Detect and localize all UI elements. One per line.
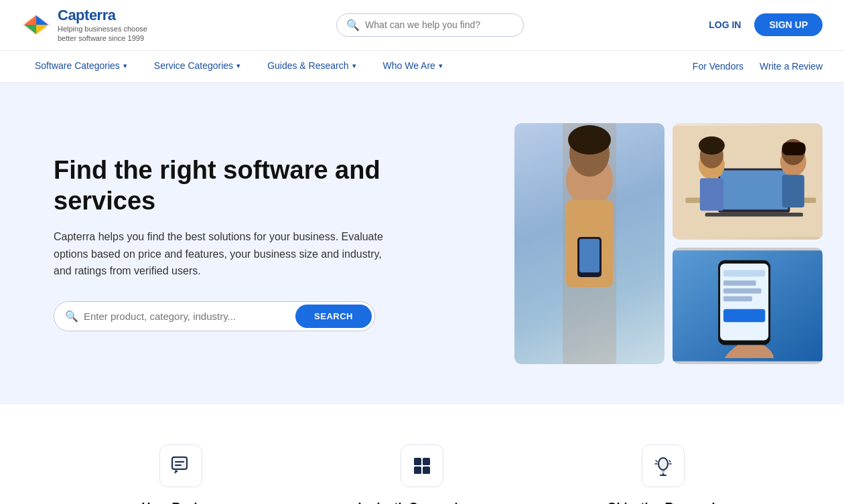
hero-section: Find the right software and services Cap… <box>0 83 844 404</box>
hero-images <box>514 123 823 364</box>
header-actions: LOG IN SIGN UP <box>709 13 823 36</box>
svg-rect-36 <box>414 467 421 474</box>
svg-rect-35 <box>423 458 430 465</box>
chevron-down-icon: ▾ <box>123 62 127 70</box>
capterra-logo-icon <box>21 13 51 37</box>
nav-item-software-categories[interactable]: Software Categories ▾ <box>21 50 141 82</box>
comparisons-title: In-depth Comparisons <box>358 501 486 504</box>
nav-left: Software Categories ▾ Service Categories… <box>21 50 456 82</box>
svg-rect-26 <box>723 288 761 293</box>
svg-marker-33 <box>174 470 178 474</box>
svg-rect-11 <box>720 170 788 209</box>
feature-user-reviews: User Reviews Discover insights from 2 mi… <box>87 444 275 504</box>
research-icon-wrap <box>642 444 685 487</box>
logo-name: Capterra <box>58 7 151 24</box>
svg-rect-20 <box>782 142 806 155</box>
svg-line-44 <box>669 460 671 462</box>
logo-area: Capterra Helping businesses choose bette… <box>21 7 151 44</box>
guides-research-label: Guides & Research <box>267 60 348 71</box>
svg-point-5 <box>568 125 611 155</box>
who-we-are-label: Who We Are <box>383 60 435 71</box>
chevron-down-icon: ▾ <box>439 62 443 70</box>
chevron-down-icon: ▾ <box>236 62 240 70</box>
nav-item-service-categories[interactable]: Service Categories ▾ <box>141 50 254 82</box>
user-reviews-title: User Reviews <box>141 501 220 504</box>
svg-rect-27 <box>723 296 752 301</box>
nav-item-write-review[interactable]: Write a Review <box>760 61 823 72</box>
svg-rect-34 <box>414 458 421 465</box>
navbar: Software Categories ▾ Service Categories… <box>0 51 844 83</box>
features-section: User Reviews Discover insights from 2 mi… <box>0 404 844 504</box>
svg-point-39 <box>658 458 668 470</box>
hero-title: Find the right software and services <box>54 155 415 216</box>
svg-rect-25 <box>723 280 756 286</box>
hero-left: Find the right software and services Cap… <box>54 155 415 331</box>
feature-research: Objective Research Get the most business… <box>569 444 757 504</box>
nav-item-guides-research[interactable]: Guides & Research ▾ <box>254 50 369 82</box>
user-reviews-icon-wrap <box>159 444 202 487</box>
hero-search-input[interactable] <box>84 305 290 327</box>
svg-rect-14 <box>700 178 723 211</box>
nav-item-for-vendors[interactable]: For Vendors <box>693 61 744 72</box>
feature-comparisons: In-depth Comparisons Narrow down your op… <box>328 444 516 504</box>
service-categories-label: Service Categories <box>154 60 233 71</box>
login-button[interactable]: LOG IN <box>709 19 741 30</box>
svg-rect-28 <box>723 309 765 321</box>
nav-right: For Vendors Write a Review <box>693 61 823 72</box>
svg-rect-18 <box>782 175 804 207</box>
reviews-icon <box>170 455 192 477</box>
research-title: Objective Research <box>607 501 719 504</box>
header-search-input[interactable] <box>365 19 514 30</box>
svg-rect-24 <box>723 270 765 276</box>
signup-button[interactable]: SIGN UP <box>754 13 823 36</box>
svg-rect-30 <box>172 457 187 469</box>
logo-tagline: Helping businesses choose better softwar… <box>58 24 151 44</box>
hero-image-two-people <box>673 123 823 240</box>
header-search-bar[interactable]: 🔍 <box>336 13 524 37</box>
search-icon: 🔍 <box>65 310 78 323</box>
software-categories-label: Software Categories <box>35 60 120 71</box>
logo-text-area: Capterra Helping businesses choose bette… <box>58 7 151 44</box>
svg-line-42 <box>656 460 657 462</box>
comparisons-icon <box>411 455 433 477</box>
hero-search-button[interactable]: SEARCH <box>295 305 372 328</box>
hero-description: Capterra helps you find the best solutio… <box>54 228 389 280</box>
research-icon <box>652 455 674 477</box>
hero-image-person-phone <box>514 123 664 364</box>
search-icon: 🔍 <box>346 19 360 31</box>
hero-image-phone-hand <box>673 248 823 364</box>
svg-rect-37 <box>423 467 430 474</box>
svg-rect-7 <box>579 239 600 272</box>
comparisons-icon-wrap <box>401 444 443 487</box>
chevron-down-icon: ▾ <box>352 62 356 70</box>
svg-point-16 <box>699 136 725 154</box>
nav-item-who-we-are[interactable]: Who We Are ▾ <box>370 50 456 82</box>
svg-rect-12 <box>705 212 803 216</box>
header: Capterra Helping businesses choose bette… <box>0 0 844 51</box>
hero-search-bar[interactable]: 🔍 SEARCH <box>54 301 375 331</box>
